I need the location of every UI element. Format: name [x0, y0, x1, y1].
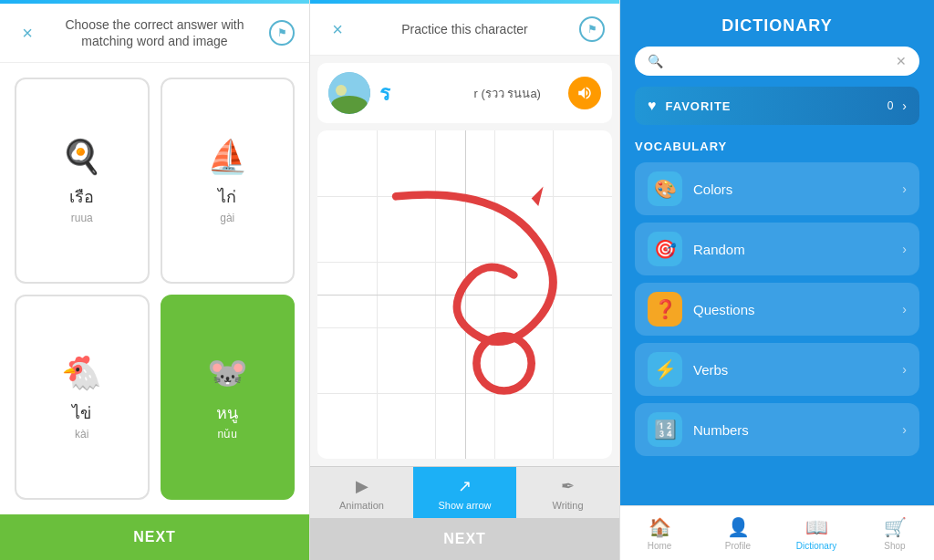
- vocab-item-verbs[interactable]: ⚡ Verbs ›: [635, 343, 919, 396]
- stroke-svg: [317, 130, 612, 459]
- card2-roman: gài: [220, 212, 234, 224]
- numbers-icon-box: 🔢: [648, 412, 682, 447]
- vocabulary-label: VOCABULARY: [620, 140, 934, 162]
- nav-profile[interactable]: 👤 Profile: [699, 506, 777, 560]
- dict-nav-label: Dictionary: [796, 541, 836, 551]
- numbers-icon: 🔢: [654, 419, 677, 441]
- random-chevron-icon: ›: [902, 242, 907, 256]
- quiz-card-1[interactable]: 🍳 เรือ ruua: [15, 78, 150, 283]
- quiz-card-2[interactable]: ⛵ ไก่ gài: [161, 78, 296, 283]
- writing-close-button[interactable]: ×: [325, 16, 350, 42]
- search-bar[interactable]: 🔍 ✕: [635, 47, 919, 76]
- svg-point-1: [331, 96, 368, 114]
- questions-label: Questions: [693, 302, 891, 317]
- question-icon: ❓: [654, 298, 677, 320]
- verbs-chevron-icon: ›: [902, 362, 907, 377]
- home-label: Home: [648, 541, 672, 551]
- shop-label: Shop: [884, 541, 905, 551]
- writing-next-button[interactable]: NEXT: [310, 518, 619, 560]
- favorite-label: FAVORITE: [666, 99, 878, 113]
- nav-dictionary[interactable]: 📖 Dictionary: [777, 506, 856, 560]
- colors-label: Colors: [693, 181, 891, 197]
- writing-flag-button[interactable]: ⚑: [579, 16, 605, 42]
- card4-thai: หนู: [216, 399, 238, 426]
- tab-writing-label: Writing: [552, 500, 583, 511]
- panel-dictionary: DICTIONARY 🔍 ✕ ♥ FAVORITE 0 › VOCABULARY…: [620, 0, 934, 560]
- quiz-title: Choose the correct answer with matching …: [49, 16, 260, 49]
- vocabulary-section: VOCABULARY 🎨 Colors › 🎯 Random › ❓ Quest…: [620, 140, 934, 505]
- char-avatar: [328, 72, 370, 114]
- dict-header: DICTIONARY: [620, 0, 934, 47]
- colors-icon-box: 🎨: [648, 171, 682, 206]
- card3-thai: ไข่: [72, 399, 91, 426]
- quiz-grid: 🍳 เรือ ruua ⛵ ไก่ gài 🐔 ไข่ kài 🐭 หนู nǔ…: [0, 63, 309, 514]
- char-thai-text: ร: [379, 78, 465, 109]
- palette-icon: 🎨: [654, 178, 677, 200]
- random-label: Random: [693, 242, 891, 257]
- dict-title: DICTIONARY: [635, 16, 919, 36]
- favorite-count: 0: [887, 99, 894, 112]
- panel-quiz: × Choose the correct answer with matchin…: [0, 0, 310, 560]
- svg-marker-4: [532, 187, 544, 207]
- tab-bar: ▶ Animation ↗ Show arrow ✒ Writing: [310, 466, 619, 518]
- card1-thai: เรือ: [69, 183, 94, 210]
- panel-writing: × Practice this character ⚑ ร r (รวว รนน…: [310, 0, 620, 560]
- svg-point-2: [336, 85, 347, 96]
- vocab-item-random[interactable]: 🎯 Random ›: [635, 223, 919, 275]
- play-icon: ▶: [356, 476, 368, 496]
- vocab-item-questions[interactable]: ❓ Questions ›: [635, 283, 919, 336]
- dict-icon: 📖: [805, 516, 828, 538]
- card3-emoji: 🐔: [61, 354, 102, 392]
- clear-icon[interactable]: ✕: [896, 54, 907, 68]
- card3-roman: kài: [75, 428, 88, 441]
- tab-animation[interactable]: ▶ Animation: [310, 467, 413, 518]
- bottom-nav: 🏠 Home 👤 Profile 📖 Dictionary 🛒 Shop: [620, 505, 934, 560]
- sound-button[interactable]: [568, 77, 601, 109]
- verbs-icon: ⚡: [654, 358, 677, 380]
- tab-show-arrow[interactable]: ↗ Show arrow: [413, 467, 516, 518]
- shop-icon: 🛒: [884, 516, 907, 538]
- profile-icon: 👤: [727, 516, 750, 538]
- favorite-chevron-icon: ›: [902, 99, 907, 113]
- random-icon: 🎯: [654, 238, 677, 260]
- nav-home[interactable]: 🏠 Home: [620, 506, 699, 560]
- verbs-label: Verbs: [693, 362, 891, 378]
- verbs-icon-box: ⚡: [648, 352, 682, 387]
- writing-title: Practice this character: [359, 21, 570, 37]
- home-icon: 🏠: [649, 516, 671, 538]
- questions-chevron-icon: ›: [902, 302, 907, 316]
- next-button[interactable]: NEXT: [0, 514, 309, 560]
- numbers-chevron-icon: ›: [902, 422, 907, 437]
- quiz-card-3[interactable]: 🐔 ไข่ kài: [15, 295, 150, 500]
- numbers-label: Numbers: [693, 422, 891, 438]
- favorite-bar[interactable]: ♥ FAVORITE 0 ›: [635, 87, 919, 125]
- arrow-icon: ↗: [458, 476, 472, 496]
- tab-show-arrow-label: Show arrow: [438, 500, 491, 511]
- tab-animation-label: Animation: [339, 500, 384, 511]
- close-button[interactable]: ×: [15, 20, 40, 46]
- colors-chevron-icon: ›: [902, 181, 907, 196]
- search-icon: 🔍: [648, 54, 663, 68]
- tab-writing[interactable]: ✒ Writing: [516, 467, 619, 518]
- profile-label: Profile: [725, 541, 751, 551]
- vocab-item-numbers[interactable]: 🔢 Numbers ›: [635, 403, 919, 456]
- card4-roman: nǔu: [218, 428, 237, 441]
- card2-emoji: ⛵: [207, 138, 248, 176]
- random-icon-box: 🎯: [648, 232, 682, 266]
- quiz-card-4[interactable]: 🐭 หนู nǔu: [161, 295, 296, 500]
- heart-icon: ♥: [648, 98, 657, 114]
- search-input[interactable]: [670, 54, 888, 68]
- quiz-header: × Choose the correct answer with matchin…: [0, 4, 309, 63]
- card1-emoji: 🍳: [61, 138, 102, 176]
- writing-icon: ✒: [561, 476, 575, 496]
- writing-header: × Practice this character ⚑: [310, 4, 619, 56]
- vocab-item-colors[interactable]: 🎨 Colors ›: [635, 162, 919, 215]
- questions-icon-box: ❓: [648, 292, 682, 327]
- char-roman-text: r (รวว รนนa): [474, 84, 560, 103]
- card1-roman: ruua: [71, 212, 93, 224]
- writing-canvas[interactable]: [317, 130, 612, 459]
- flag-button[interactable]: ⚑: [269, 20, 295, 46]
- card2-thai: ไก่: [218, 183, 236, 210]
- nav-shop[interactable]: 🛒 Shop: [856, 506, 934, 560]
- char-display: ร r (รวว รนนa): [317, 63, 612, 123]
